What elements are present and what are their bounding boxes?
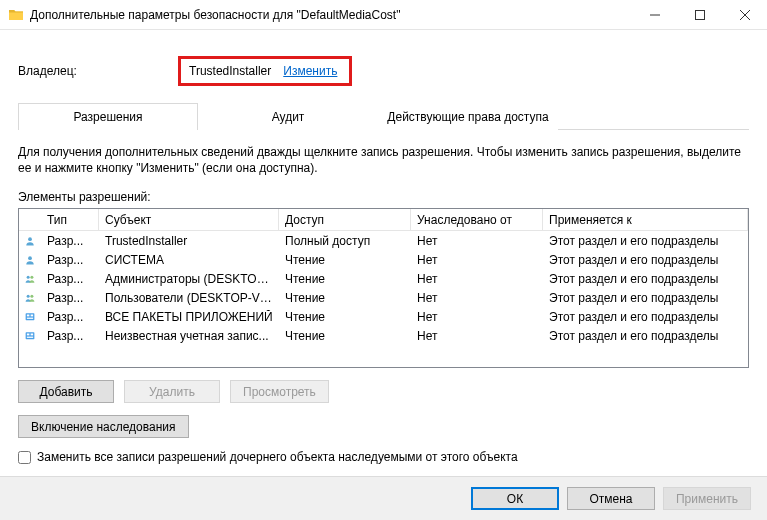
row-subject: Пользователи (DESKTOP-VN... xyxy=(99,291,279,305)
remove-button: Удалить xyxy=(124,380,220,403)
replace-checkbox-row: Заменить все записи разрешений дочернего… xyxy=(18,450,749,464)
row-applies: Этот раздел и его подразделы xyxy=(543,272,748,286)
titlebar: Дополнительные параметры безопасности дл… xyxy=(0,0,767,30)
dialog-footer: ОК Отмена Применить xyxy=(0,476,767,520)
row-icon xyxy=(19,290,41,306)
svg-rect-11 xyxy=(26,332,35,339)
replace-child-permissions-label: Заменить все записи разрешений дочернего… xyxy=(37,450,518,464)
col-subject[interactable]: Субъект xyxy=(99,209,279,230)
owner-name: TrustedInstaller xyxy=(189,64,271,78)
minimize-button[interactable] xyxy=(632,0,677,29)
row-access: Чтение xyxy=(279,272,411,286)
row-inherited: Нет xyxy=(411,310,543,324)
change-owner-link[interactable]: Изменить xyxy=(283,64,337,78)
row-applies: Этот раздел и его подразделы xyxy=(543,234,748,248)
row-subject: Администраторы (DESKTOP-... xyxy=(99,272,279,286)
tab-permissions[interactable]: Разрешения xyxy=(18,103,198,130)
row-inherited: Нет xyxy=(411,291,543,305)
svg-rect-10 xyxy=(27,318,33,319)
row-inherited: Нет xyxy=(411,329,543,343)
ok-button[interactable]: ОК xyxy=(471,487,559,510)
row-inherited: Нет xyxy=(411,234,543,248)
table-row[interactable]: Разр...ВСЕ ПАКЕТЫ ПРИЛОЖЕНИЙЧтениеНетЭто… xyxy=(19,307,748,326)
permissions-list-body: Разр...TrustedInstallerПолный доступНетЭ… xyxy=(19,231,748,345)
row-access: Полный доступ xyxy=(279,234,411,248)
table-row[interactable]: Разр...TrustedInstallerПолный доступНетЭ… xyxy=(19,231,748,250)
permissions-list-header: Тип Субъект Доступ Унаследовано от Приме… xyxy=(19,209,748,231)
tab-audit[interactable]: Аудит xyxy=(198,103,378,130)
folder-icon xyxy=(8,7,24,23)
add-button[interactable]: Добавить xyxy=(18,380,114,403)
window-controls xyxy=(632,0,767,29)
enable-inheritance-button[interactable]: Включение наследования xyxy=(18,415,189,438)
inherit-button-row: Включение наследования xyxy=(18,415,749,438)
close-button[interactable] xyxy=(722,0,767,29)
col-type[interactable]: Тип xyxy=(41,209,99,230)
row-access: Чтение xyxy=(279,329,411,343)
row-type: Разр... xyxy=(41,291,99,305)
table-row[interactable]: Разр...Администраторы (DESKTOP-...Чтение… xyxy=(19,269,748,288)
row-applies: Этот раздел и его подразделы xyxy=(543,310,748,324)
permissions-list[interactable]: Тип Субъект Доступ Унаследовано от Приме… xyxy=(18,208,749,368)
row-icon xyxy=(19,328,41,344)
row-applies: Этот раздел и его подразделы xyxy=(543,329,748,343)
apply-button: Применить xyxy=(663,487,751,510)
window-title: Дополнительные параметры безопасности дл… xyxy=(30,8,632,22)
owner-highlight-box: TrustedInstaller Изменить xyxy=(178,56,352,86)
maximize-button[interactable] xyxy=(677,0,722,29)
col-icon[interactable] xyxy=(19,209,41,230)
table-row[interactable]: Разр...Неизвестная учетная запис...Чтени… xyxy=(19,326,748,345)
svg-rect-13 xyxy=(31,333,34,335)
svg-rect-9 xyxy=(31,314,34,316)
row-inherited: Нет xyxy=(411,253,543,267)
minimize-icon xyxy=(650,10,660,20)
hint-text: Для получения дополнительных сведений дв… xyxy=(18,144,749,176)
row-type: Разр... xyxy=(41,310,99,324)
list-button-row: Добавить Удалить Просмотреть xyxy=(18,380,749,403)
row-access: Чтение xyxy=(279,253,411,267)
svg-rect-8 xyxy=(27,314,30,316)
owner-row: Владелец: TrustedInstaller Изменить xyxy=(18,56,749,86)
svg-point-5 xyxy=(27,295,30,298)
row-type: Разр... xyxy=(41,272,99,286)
row-access: Чтение xyxy=(279,291,411,305)
close-icon xyxy=(740,10,750,20)
svg-rect-14 xyxy=(27,337,33,338)
row-subject: СИСТЕМА xyxy=(99,253,279,267)
row-inherited: Нет xyxy=(411,272,543,286)
svg-rect-0 xyxy=(695,10,704,19)
col-applies[interactable]: Применяется к xyxy=(543,209,748,230)
row-icon xyxy=(19,309,41,325)
svg-point-3 xyxy=(27,276,30,279)
svg-rect-12 xyxy=(27,333,30,335)
row-icon xyxy=(19,233,41,249)
col-access[interactable]: Доступ xyxy=(279,209,411,230)
row-type: Разр... xyxy=(41,329,99,343)
table-row[interactable]: Разр...СИСТЕМАЧтениеНетЭтот раздел и его… xyxy=(19,250,748,269)
col-inherited[interactable]: Унаследовано от xyxy=(411,209,543,230)
dialog-content: Владелец: TrustedInstaller Изменить Разр… xyxy=(0,30,767,464)
row-applies: Этот раздел и его подразделы xyxy=(543,253,748,267)
maximize-icon xyxy=(695,10,705,20)
row-type: Разр... xyxy=(41,253,99,267)
replace-child-permissions-checkbox[interactable] xyxy=(18,451,31,464)
cancel-button[interactable]: Отмена xyxy=(567,487,655,510)
tabs: Разрешения Аудит Действующие права досту… xyxy=(18,102,749,130)
owner-label: Владелец: xyxy=(18,64,178,78)
row-type: Разр... xyxy=(41,234,99,248)
row-icon xyxy=(19,252,41,268)
row-access: Чтение xyxy=(279,310,411,324)
tab-effective-access[interactable]: Действующие права доступа xyxy=(378,103,558,130)
row-icon xyxy=(19,271,41,287)
row-subject: TrustedInstaller xyxy=(99,234,279,248)
row-applies: Этот раздел и его подразделы xyxy=(543,291,748,305)
permissions-list-label: Элементы разрешений: xyxy=(18,190,749,204)
row-subject: ВСЕ ПАКЕТЫ ПРИЛОЖЕНИЙ xyxy=(99,310,279,324)
svg-point-1 xyxy=(28,237,32,241)
svg-point-6 xyxy=(30,295,33,298)
table-row[interactable]: Разр...Пользователи (DESKTOP-VN...Чтение… xyxy=(19,288,748,307)
svg-point-4 xyxy=(30,276,33,279)
view-button: Просмотреть xyxy=(230,380,329,403)
svg-rect-7 xyxy=(26,313,35,320)
row-subject: Неизвестная учетная запис... xyxy=(99,329,279,343)
